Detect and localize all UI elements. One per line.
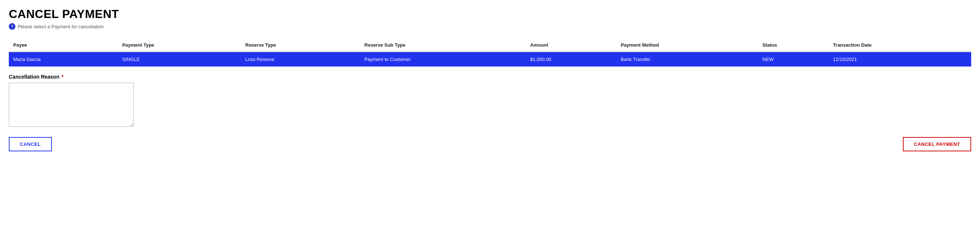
cell-reserve-type: Loss Reserve (241, 52, 360, 67)
cell-payee: Maria Garcia (9, 52, 118, 67)
subtitle-row: ? Please select a Payment for cancellati… (9, 23, 971, 30)
col-payment-method: Payment Method (616, 38, 758, 52)
cancel-button[interactable]: CANCEL (9, 137, 52, 152)
cancellation-reason-textarea[interactable] (9, 83, 134, 127)
col-status: Status (758, 38, 829, 52)
cell-amount: $1,000.00 (526, 52, 616, 67)
cell-transaction-date: 12/15/2021 (829, 52, 971, 67)
cell-payment-method: Bank Transfer (616, 52, 758, 67)
payments-table: Payee Payment Type Reserve Type Reserve … (9, 38, 971, 67)
cancellation-label: Cancellation Reason * (9, 74, 971, 80)
cancellation-section: Cancellation Reason * (9, 74, 971, 128)
cell-status: NEW (758, 52, 829, 67)
info-icon: ? (9, 23, 16, 30)
footer-buttons: CANCEL CANCEL PAYMENT (9, 137, 971, 152)
col-transaction-date: Transaction Date (829, 38, 971, 52)
table-body: Maria Garcia SINGLE Loss Reserve Payment… (9, 52, 971, 67)
cell-payment-type: SINGLE (118, 52, 241, 67)
cell-reserve-sub-type: Payment to Customer (360, 52, 526, 67)
table-header: Payee Payment Type Reserve Type Reserve … (9, 38, 971, 52)
col-payment-type: Payment Type (118, 38, 241, 52)
cancel-payment-button[interactable]: CANCEL PAYMENT (903, 137, 971, 152)
page-title: CANCEL PAYMENT (9, 7, 971, 21)
payments-table-container: Payee Payment Type Reserve Type Reserve … (9, 38, 971, 67)
table-row[interactable]: Maria Garcia SINGLE Loss Reserve Payment… (9, 52, 971, 67)
subtitle-text: Please select a Payment for cancellation (18, 24, 103, 29)
col-reserve-sub-type: Reserve Sub Type (360, 38, 526, 52)
col-reserve-type: Reserve Type (241, 38, 360, 52)
col-amount: Amount (526, 38, 616, 52)
required-star: * (60, 74, 64, 80)
col-payee: Payee (9, 38, 118, 52)
header-row: Payee Payment Type Reserve Type Reserve … (9, 38, 971, 52)
